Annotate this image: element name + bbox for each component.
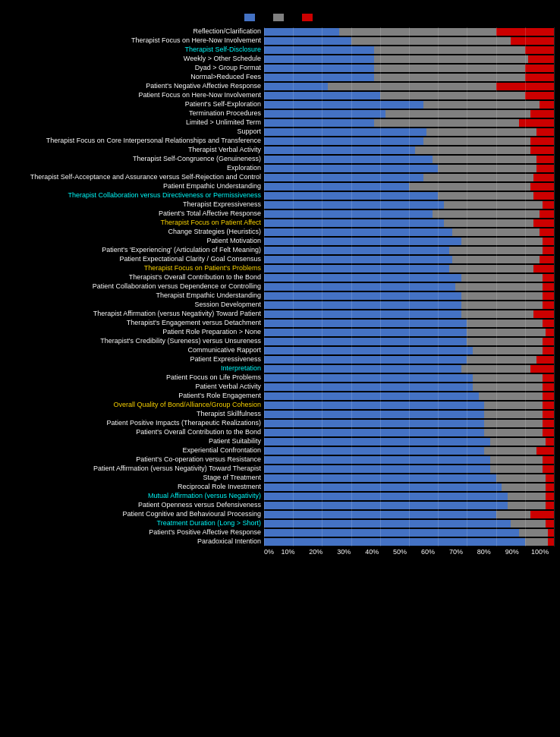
table-row: Support [6,128,554,136]
table-row: Patient Empathic Understanding [6,182,554,191]
bar-uncorrelated [380,92,525,99]
bar-negative [548,529,554,537]
bar-negative [533,192,554,200]
bars-inner [264,37,554,45]
bar-wrapper [264,219,554,227]
bars-inner [264,538,554,546]
bar-wrapper [264,28,554,36]
bar-positive [264,128,426,136]
bars-inner [264,447,554,455]
bar-uncorrelated [455,283,543,291]
bars-inner [264,365,554,373]
row-label: Therapist Affirmation (versus Negativity… [6,310,264,318]
bar-wrapper [264,374,554,382]
bar-positive [264,402,484,409]
table-row: Therapist Self-Congruence (Genuineness) [6,155,554,163]
bars-inner [264,201,554,209]
bar-positive [264,420,484,427]
table-row: Patient's Positive Affective Response [6,528,554,537]
bar-uncorrelated [519,529,548,537]
table-row: Overall Quality of Bond/Alliance/Group C… [6,401,554,409]
row-label: Interpretation [6,364,264,373]
row-label: Therapist's Engagement versus Detachment [6,319,264,327]
chart-body: Reflection/ClarificationTherapist Focus … [6,27,554,546]
table-row: Therapist Self-Acceptance and Assurance … [6,173,554,181]
table-row: Patient Suitability [6,437,554,446]
table-row: Normal>Reduced Fees [6,73,554,81]
table-row: Patient Openness versus Defensiveness [6,501,554,509]
bar-wrapper [264,520,554,528]
bars-inner [264,65,554,72]
bar-uncorrelated [452,256,540,263]
bars-inner [264,338,554,345]
bar-positive [264,28,339,36]
bars-inner [264,456,554,464]
bars-inner [264,219,554,227]
bars-inner [264,420,554,427]
bars-inner [264,465,554,473]
bar-negative [543,247,554,254]
bar-uncorrelated [374,65,525,72]
bar-positive [264,465,490,473]
bar-negative [536,128,554,136]
row-label: Session Development [6,301,264,309]
bar-positive [264,146,415,154]
bar-wrapper [264,183,554,191]
bar-wrapper [264,402,554,409]
row-label: Patient's Self-Exploration [6,100,264,109]
bar-negative [546,438,554,446]
table-row: Mutual Affirmation (versus Negativity) [6,492,554,500]
bar-wrapper [264,347,554,354]
table-row: Therapist Empathic Understanding [6,291,554,300]
bar-positive [264,301,461,309]
bar-wrapper [264,320,554,327]
bar-positive [264,247,449,254]
bar-uncorrelated [444,201,543,209]
bar-wrapper [264,529,554,537]
row-label: Patient Focus on Life Problems [6,373,264,382]
row-label: Paradoxical Intention [6,537,264,546]
row-label: Therapist Focus on Here-Now Involvement [6,36,264,45]
row-label: Patient's Overall Contribution to the Bo… [6,428,264,436]
bars-inner [264,174,554,181]
bar-uncorrelated [426,128,536,136]
legend-uncorrelated [273,14,287,21]
bar-positive [264,493,508,500]
bar-positive [264,74,374,81]
bar-wrapper [264,165,554,172]
bar-wrapper [264,74,554,81]
bar-negative [543,465,554,473]
bar-positive [264,101,423,109]
x-axis-label: 70% [442,548,470,556]
bar-negative [543,374,554,382]
x-axis-label: 90% [498,548,526,556]
bars-inner [264,128,554,136]
bar-negative [543,456,554,464]
bar-wrapper [264,228,554,236]
bar-uncorrelated [433,210,540,218]
bar-positive [264,210,433,218]
bar-uncorrelated [461,274,543,282]
bar-positive [264,529,519,537]
bar-negative [543,201,554,209]
bar-wrapper [264,310,554,318]
bar-wrapper [264,338,554,345]
bars-inner [264,119,554,127]
bar-wrapper [264,456,554,464]
bar-wrapper [264,438,554,446]
bars-inner [264,92,554,99]
bar-negative [546,502,554,509]
bar-wrapper [264,210,554,218]
bar-positive [264,383,473,391]
row-label: Therapist Self-Acceptance and Assurance … [6,173,264,181]
bar-wrapper [264,192,554,200]
bar-wrapper [264,256,554,263]
x-axis-label: 20% [302,548,330,556]
x-axis-label: 100% [526,548,554,556]
table-row: Communicative Rapport [6,346,554,354]
bar-positive [264,392,479,400]
table-row: Patient's Total Affective Response [6,209,554,218]
bar-uncorrelated [461,365,531,373]
bar-wrapper [264,92,554,99]
bar-uncorrelated [484,402,542,409]
